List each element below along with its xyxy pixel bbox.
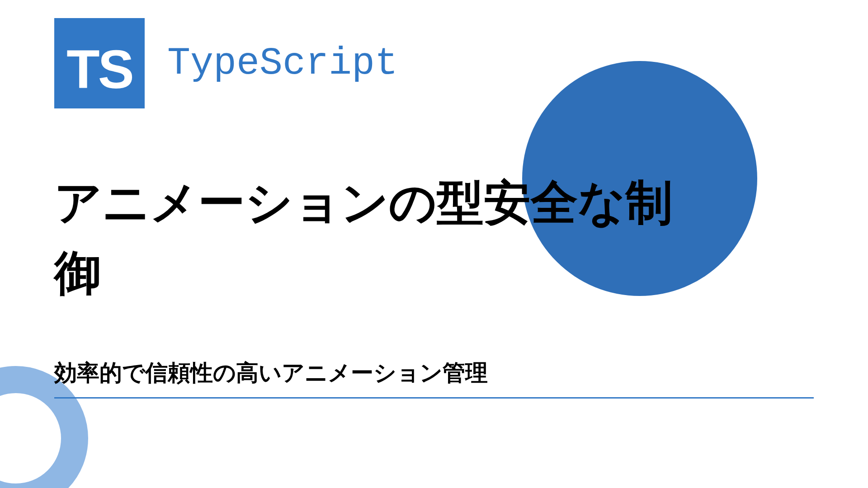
- brand-label: TypeScript: [167, 42, 398, 85]
- logo-text: TS: [66, 38, 132, 100]
- slide-header: TS TypeScript: [54, 18, 814, 108]
- subtitle-divider: [54, 397, 814, 399]
- slide-subtitle: 効率的で信頼性の高いアニメーション管理: [54, 358, 814, 397]
- slide-title: アニメーションの型安全な制御: [54, 167, 687, 308]
- slide-container: TS TypeScript アニメーションの型安全な制御 効率的で信頼性の高いア…: [0, 0, 868, 488]
- subtitle-section: 効率的で信頼性の高いアニメーション管理: [54, 358, 814, 399]
- typescript-logo-icon: TS: [54, 18, 145, 108]
